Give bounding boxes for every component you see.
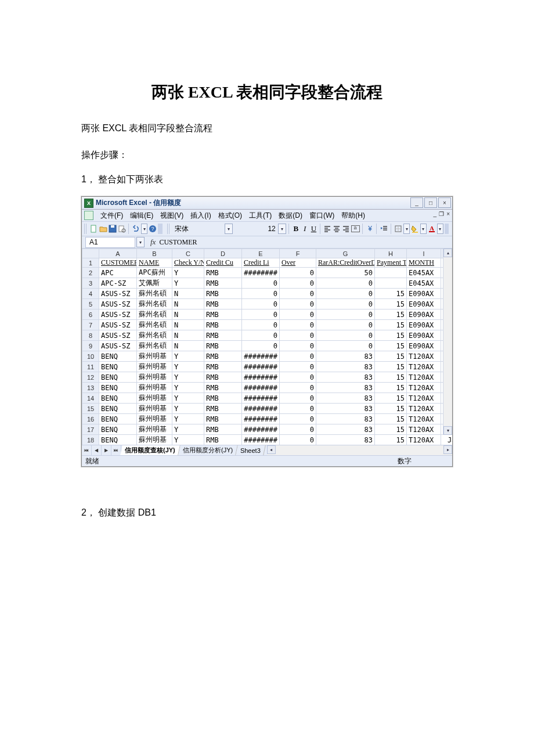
tab-nav-last-icon[interactable]: ⏭ — [111, 445, 121, 455]
cell[interactable]: RMB — [204, 278, 242, 289]
cell[interactable]: 83 — [316, 414, 375, 424]
undo-icon[interactable] — [132, 224, 140, 234]
help-icon[interactable]: ? — [149, 224, 157, 234]
row-header[interactable]: 10 — [82, 351, 99, 362]
row-header[interactable]: 14 — [82, 393, 99, 404]
vertical-scrollbar[interactable]: ▴ ▾ — [443, 249, 452, 435]
sheet-tab-2[interactable]: 信用额度分析(JY) — [178, 445, 238, 455]
name-box[interactable]: A1 — [85, 237, 135, 248]
cell[interactable]: 0 — [316, 341, 375, 351]
row-header[interactable]: 1 — [82, 258, 99, 268]
cell[interactable]: ######## — [242, 351, 280, 362]
column-header[interactable]: F — [280, 249, 316, 258]
column-header[interactable]: G — [316, 249, 375, 258]
cell[interactable]: 0 — [280, 383, 316, 393]
cell[interactable]: 15 — [375, 320, 407, 330]
font-name-dropdown-icon[interactable]: ▾ — [225, 224, 233, 234]
cell[interactable]: 蘇州明基 — [137, 351, 172, 362]
cell[interactable]: BENQ — [99, 372, 137, 383]
cell[interactable]: 83 — [316, 362, 375, 372]
open-folder-icon[interactable] — [99, 224, 107, 234]
row-header[interactable]: 12 — [82, 372, 99, 383]
cell[interactable]: 0 — [280, 268, 316, 278]
cell[interactable]: 蘇州名碩 — [137, 320, 172, 330]
cell[interactable]: 蘇州名碩 — [137, 299, 172, 309]
cell[interactable]: 50 — [316, 268, 375, 278]
header-cell[interactable]: CUSTOMER — [99, 258, 137, 268]
cell[interactable]: E090AX — [407, 341, 441, 351]
row-header[interactable]: 7 — [82, 320, 99, 330]
cell[interactable]: 蘇州明基 — [137, 424, 172, 435]
row-header[interactable]: 6 — [82, 309, 99, 320]
cell[interactable]: 0 — [242, 289, 280, 299]
cell[interactable]: Y — [172, 414, 204, 424]
cell[interactable]: ######## — [242, 424, 280, 435]
cell[interactable]: 83 — [316, 404, 375, 414]
menu-view[interactable]: 视图(V) — [157, 210, 187, 222]
format-toolbar-overflow-icon[interactable] — [445, 224, 449, 234]
cell[interactable]: Y — [172, 435, 204, 445]
cell[interactable]: ######## — [242, 404, 280, 414]
indent-icon[interactable] — [380, 224, 388, 234]
cell[interactable]: ######## — [242, 393, 280, 404]
cell[interactable]: APC — [99, 268, 137, 278]
cell[interactable]: 15 — [375, 404, 407, 414]
tab-nav-prev-icon[interactable]: ◀ — [92, 445, 102, 455]
cell[interactable]: RMB — [204, 424, 242, 435]
cell[interactable]: 0 — [242, 278, 280, 289]
scroll-right-icon[interactable]: ▸ — [443, 445, 452, 454]
cell[interactable]: BENQ — [99, 435, 137, 445]
cell[interactable]: T120AX — [407, 351, 441, 362]
scroll-up-icon[interactable]: ▴ — [443, 249, 452, 257]
cell[interactable]: Y — [172, 268, 204, 278]
header-cell[interactable]: RarAR:CreditOverDue I — [316, 258, 375, 268]
cell[interactable]: 0 — [280, 393, 316, 404]
cell[interactable]: E090AX — [407, 299, 441, 309]
cell[interactable]: Y — [172, 404, 204, 414]
cell[interactable]: 0 — [280, 362, 316, 372]
header-cell[interactable]: Over — [280, 258, 316, 268]
cell[interactable]: ASUS-SZ — [99, 320, 137, 330]
tab-nav-first-icon[interactable]: ⏮ — [82, 445, 92, 455]
cell[interactable]: 0 — [280, 341, 316, 351]
cell[interactable]: Y — [172, 393, 204, 404]
font-size-dropdown-icon[interactable]: ▾ — [278, 224, 286, 234]
cell[interactable] — [375, 278, 407, 289]
format-toolbar-grip[interactable] — [167, 224, 171, 234]
row-header[interactable]: 2 — [82, 268, 99, 278]
cell[interactable]: 83 — [316, 372, 375, 383]
cell[interactable]: 0 — [280, 435, 316, 445]
align-right-icon[interactable] — [342, 224, 350, 234]
cell[interactable]: 0 — [316, 278, 375, 289]
cell[interactable]: 0 — [280, 404, 316, 414]
cell[interactable]: 0 — [280, 299, 316, 309]
cell[interactable]: T120AX — [407, 404, 441, 414]
column-header[interactable]: D — [204, 249, 242, 258]
row-header[interactable]: 13 — [82, 383, 99, 393]
cell[interactable]: 15 — [375, 299, 407, 309]
cell[interactable]: RMB — [204, 341, 242, 351]
cell[interactable]: 15 — [375, 351, 407, 362]
cell[interactable]: RMB — [204, 330, 242, 341]
cell[interactable]: APC蘇州 — [137, 268, 172, 278]
cell[interactable]: 83 — [316, 424, 375, 435]
row-header[interactable]: 15 — [82, 404, 99, 414]
font-color-dropdown-icon[interactable]: ▾ — [437, 224, 443, 234]
cell[interactable]: BENQ — [99, 424, 137, 435]
cell[interactable]: RMB — [204, 393, 242, 404]
cell[interactable]: 15 — [375, 330, 407, 341]
cell[interactable]: RMB — [204, 383, 242, 393]
cell[interactable]: RMB — [204, 299, 242, 309]
cell[interactable]: 0 — [280, 278, 316, 289]
cell[interactable]: ######## — [242, 362, 280, 372]
cell[interactable]: 83 — [316, 351, 375, 362]
cell[interactable]: T120AX — [407, 383, 441, 393]
italic-button[interactable]: I — [301, 224, 309, 234]
cell[interactable]: N — [172, 289, 204, 299]
cell[interactable]: T120AX — [407, 393, 441, 404]
horizontal-scrollbar[interactable]: ◂ ▸ — [267, 445, 452, 455]
cell[interactable]: E090AX — [407, 309, 441, 320]
fill-color-icon[interactable] — [411, 224, 419, 234]
cell[interactable]: Y — [172, 278, 204, 289]
row-header[interactable]: 16 — [82, 414, 99, 424]
